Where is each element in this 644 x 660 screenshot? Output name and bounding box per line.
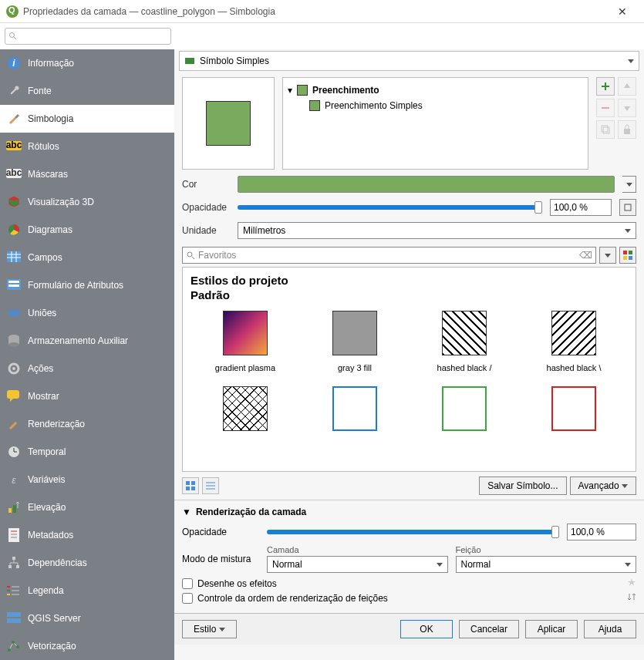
svg-rect-15 — [8, 281, 19, 283]
svg-rect-63 — [191, 487, 195, 490]
tree-node-fill[interactable]: ▾ Preenchimento — [288, 82, 583, 98]
sidebar-item-information[interactable]: iInformação — [0, 49, 174, 77]
ok-button[interactable]: OK — [400, 620, 453, 638]
sidebar-item-source[interactable]: Fonte — [0, 77, 174, 105]
style-item[interactable]: gradient plasma — [211, 311, 280, 372]
style-item[interactable] — [430, 386, 499, 431]
sidebar-item-legend[interactable]: Legenda — [0, 577, 174, 604]
style-filter-dropdown[interactable] — [599, 247, 616, 264]
info-icon: i — [6, 56, 22, 71]
layer-rendering-section: ▼ Renderização da camada Opacidade 100,0… — [174, 500, 644, 613]
gear-icon — [6, 361, 22, 376]
style-search-input[interactable]: Favoritos ⌫ — [182, 247, 596, 264]
svg-rect-44 — [7, 612, 21, 617]
color-button[interactable] — [238, 176, 615, 193]
sidebar-search-input[interactable] — [5, 28, 171, 45]
layer-opacity-slider[interactable] — [267, 530, 559, 534]
sidebar-item-label: Renderização — [28, 419, 85, 429]
style-item[interactable]: hashed black \ — [539, 311, 609, 372]
svg-rect-53 — [625, 204, 631, 210]
paint-icon — [6, 416, 22, 432]
duplicate-layer-button — [596, 120, 615, 139]
chevron-down-icon — [605, 254, 611, 258]
sidebar-item-dependencies[interactable]: Dependências — [0, 549, 174, 577]
style-item[interactable]: hashed black / — [430, 311, 499, 372]
chevron-down-icon — [626, 183, 632, 187]
sidebar-item-labels[interactable]: abcRótulos — [0, 133, 174, 160]
sidebar-item-label: Máscaras — [28, 169, 68, 180]
effects-config-button[interactable] — [627, 578, 636, 589]
mask-icon: abc — [6, 167, 22, 182]
data-defined-button[interactable] — [619, 199, 636, 216]
close-button[interactable]: ✕ — [607, 5, 638, 18]
move-down-button — [618, 99, 636, 117]
sidebar-item-elevation[interactable]: Elevação — [0, 493, 174, 521]
clear-search-button[interactable]: ⌫ — [579, 250, 592, 261]
symbol-layer-tree[interactable]: ▾ Preenchimento Preenchimento Simples — [282, 77, 588, 170]
sidebar-item-rendering[interactable]: Renderização — [0, 410, 174, 438]
sidebar-item-temporal[interactable]: Temporal — [0, 438, 174, 466]
search-icon — [8, 32, 18, 41]
cancel-button[interactable]: Cancelar — [459, 620, 519, 638]
sidebar-item-attr-form[interactable]: Formulário de Atributos — [0, 271, 174, 299]
style-item[interactable] — [211, 386, 280, 431]
opacity-slider[interactable] — [238, 205, 542, 210]
blend-feature-select[interactable]: Normal — [456, 556, 637, 573]
style-item[interactable]: gray 3 fill — [320, 311, 389, 372]
svg-rect-60 — [186, 481, 190, 485]
blend-mode-label: Modo de mistura — [182, 554, 259, 564]
sidebar-item-masks[interactable]: abcMáscaras — [0, 160, 174, 188]
style-thumb-hashed-fwd — [442, 311, 487, 355]
symbol-type-select[interactable]: Símbolo Simples — [179, 51, 639, 71]
tree-node-simple-fill[interactable]: Preenchimento Simples — [288, 98, 583, 113]
sidebar-item-variables[interactable]: εVariáveis — [0, 466, 174, 493]
apply-button[interactable]: Aplicar — [525, 620, 578, 638]
grid-view-button[interactable] — [182, 477, 199, 494]
data-defined-icon — [622, 202, 633, 213]
expand-icon[interactable]: ▾ — [288, 85, 292, 96]
sidebar-item-metadata[interactable]: Metadados — [0, 521, 174, 549]
style-item[interactable] — [320, 386, 389, 431]
svg-point-21 — [8, 342, 19, 347]
style-item[interactable] — [539, 386, 609, 431]
sidebar-item-digitizing[interactable]: Vetorização — [0, 632, 174, 660]
style-menu-button[interactable]: Estilo — [182, 620, 237, 638]
sidebar-item-qgis-server[interactable]: QGIS Server — [0, 604, 174, 632]
remove-layer-button — [596, 99, 615, 117]
sidebar-item-3dview[interactable]: Visualização 3D — [0, 188, 174, 216]
sidebar-item-joins[interactable]: Uniões — [0, 299, 174, 327]
sidebar-item-label: Elevação — [28, 502, 66, 513]
color-dropdown-button[interactable] — [622, 176, 636, 193]
add-layer-button[interactable] — [596, 77, 615, 96]
draw-effects-checkbox[interactable] — [182, 578, 193, 589]
sidebar-item-fields[interactable]: Campos — [0, 244, 174, 271]
style-manager-button[interactable] — [619, 247, 636, 264]
blend-layer-select[interactable]: Normal — [267, 556, 448, 573]
svg-rect-61 — [191, 481, 195, 485]
sidebar-item-label: Informação — [28, 58, 74, 69]
style-browser[interactable]: Estilos do projeto Padrão gradient plasm… — [182, 267, 636, 472]
sidebar-item-symbology[interactable]: Simbologia — [0, 105, 174, 133]
section-header[interactable]: ▼ Renderização da camada — [182, 507, 636, 517]
advanced-button[interactable]: Avançado — [570, 476, 637, 495]
opacity-spinbox[interactable]: 100,0 % — [550, 199, 612, 216]
search-icon — [186, 251, 195, 260]
list-view-button[interactable] — [202, 477, 219, 494]
brush-icon — [6, 111, 22, 126]
sidebar-item-display[interactable]: Mostrar — [0, 382, 174, 410]
unit-select[interactable]: Milímetros — [238, 222, 636, 239]
sidebar-item-actions[interactable]: Ações — [0, 355, 174, 382]
svg-rect-38 — [7, 586, 10, 588]
help-button[interactable]: Ajuda — [584, 620, 636, 638]
feature-order-config-button[interactable] — [627, 592, 636, 604]
save-symbol-button[interactable]: Salvar Símbolo... — [479, 476, 566, 495]
svg-rect-56 — [623, 251, 627, 254]
chevron-down-icon — [437, 563, 443, 567]
sidebar-item-diagrams[interactable]: Diagramas — [0, 216, 174, 244]
sidebar-item-aux-storage[interactable]: Armazenamento Auxiliar — [0, 327, 174, 355]
blend-feature-label: Feição — [456, 545, 637, 554]
svg-rect-40 — [7, 594, 10, 595]
form-icon — [6, 278, 22, 293]
feature-order-checkbox[interactable] — [182, 593, 193, 604]
layer-opacity-spinbox[interactable]: 100,0 % — [567, 524, 636, 540]
